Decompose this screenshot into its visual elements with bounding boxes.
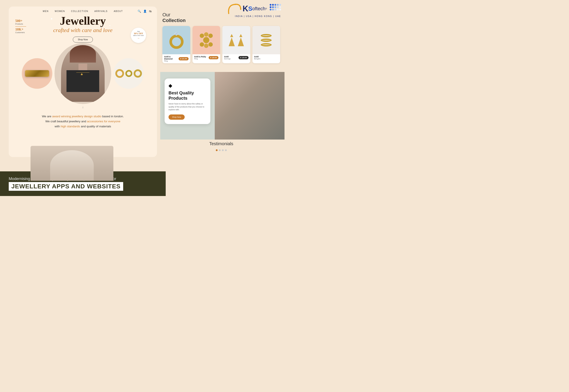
search-icon[interactable]: 🔍 [138,10,141,13]
dot [279,4,281,6]
earring-dangle-l [229,38,235,46]
petal-bl [200,42,204,47]
nav-collection[interactable]: COLLECTION [71,10,88,13]
dot [270,9,271,11]
flower-center [203,37,209,43]
testimonial-dot-4[interactable] [225,149,227,151]
card-gold-ruby-ring[interactable]: Gold & Ruby Ring $ 125.00 [193,26,221,63]
dot [279,9,281,11]
card-type-1: Ring [164,60,179,62]
sale-flat: Flat [137,31,140,32]
card-image-earrings [222,26,250,54]
down-arrow-icon: ↓ [9,105,157,109]
flower-ring-visual [197,31,215,49]
stat-divider [15,26,26,27]
ring-visual-1 [115,69,124,78]
nav-men[interactable]: MEN [43,10,49,13]
dot [277,4,279,6]
dot [275,6,276,8]
stat-products-label: Products [15,23,26,25]
dot [272,4,274,6]
card-type-3: Earrings [224,58,231,60]
card-gold-bangles[interactable]: Gold Bangles [252,26,280,63]
nav-women[interactable]: WOMEN [55,10,65,13]
card-text-4: Gold Bangles [254,56,261,60]
card-price-2[interactable]: $ 125.00 [209,56,219,59]
dot [270,4,271,6]
ring-band-1 [169,35,183,49]
earring-dangle-r [238,38,244,46]
neck-visual [79,64,87,70]
top-visual [67,70,99,92]
diamond-ring-visual [168,31,185,49]
nav-arrivals[interactable]: ARRIVALS [94,10,108,13]
card-gold-diamond-ring[interactable]: Gold & Diamond Ring $ 121.99 [162,26,190,63]
stat-products-number: 500+ [15,19,26,23]
earring-right [238,34,244,46]
quality-shop-now-button[interactable]: Shop Now [168,114,185,120]
testimonial-dot-1[interactable] [216,149,218,151]
sparkle-icon-1: ✦ [50,17,53,21]
earring-top-r [239,34,242,37]
stats-left: 500+ Products 10K+ Customers [15,19,26,34]
petal-bot [204,44,208,48]
testimonials-title: Testimonials [162,141,280,146]
desc-line3-start: with [55,125,61,128]
rings-visual [115,69,142,78]
shop-now-button[interactable]: Shop Now [73,37,93,42]
card-type-4: Bangles [254,58,261,60]
nav-about[interactable]: ABOUT [114,10,123,13]
desc-line3-highlight: high standards [61,125,80,128]
desc-line2-highlight: accessiories for everyone [87,120,120,123]
ks-s-letter: S [248,5,252,12]
quality-section: ◆ Best Quality Products Never have to wo… [160,72,284,140]
ks-dots-grid [270,4,281,11]
banner-title: JEWELLERY APPS AND WEBSITES [9,182,123,191]
cart-icon[interactable]: 🛍 [149,10,152,13]
earring-top-l [230,34,233,37]
card-price-3[interactable]: $ 125.00 [238,56,248,59]
card-type-2: Ring [194,58,206,60]
sparkle-icon-2: ✦ [109,24,111,27]
card-text-3: Gold Earrings [224,56,231,60]
bottom-person-preview [30,146,113,181]
dot [272,9,274,11]
right-panel: K S oftech ® [160,0,284,196]
collection-section: Our Collection Gold & Diamond Ring [162,12,280,63]
bracelet-circle [22,58,52,89]
quality-title: Best Quality Products [168,90,207,101]
sparkle-icon-3: ✦ [61,27,63,29]
ring-visual-3 [134,69,142,78]
card-name-1: Gold & Diamond [164,56,179,60]
card-image-bangles [252,26,280,54]
card-name-4: Gold [254,56,261,58]
sale-live-text: sale is live now! [133,35,144,36]
necklace-chain [76,72,89,73]
card-text-2: Gold & Ruby Ring [194,56,206,60]
dot [277,6,279,8]
dot [275,9,276,11]
card-info-2: Gold & Ruby Ring $ 125.00 [193,54,221,61]
bangle-3 [261,43,272,46]
testimonial-dot-3[interactable] [222,149,224,151]
card-image-ring2 [193,26,221,54]
sale-badge: Flat 30% OFF sale is live now! → [131,28,146,43]
dot [272,6,274,8]
user-icon[interactable]: 👤 [143,10,147,13]
bangle-visual [261,26,272,54]
circles-area [9,43,157,104]
testimonial-dot-2[interactable] [219,149,221,151]
quality-card: ◆ Best Quality Products Never have to wo… [165,79,210,124]
dot [279,6,281,8]
ring-visual-2 [125,70,132,77]
dot [270,6,271,8]
stat-customers-label: Customers [15,31,26,34]
svg-point-1 [240,9,241,10]
card-price-1[interactable]: $ 121.99 [179,57,188,60]
earring-visual [229,34,244,46]
earring-left [229,34,235,46]
rings-circle [113,58,144,89]
card-gold-earrings[interactable]: Gold Earrings $ 125.00 [222,26,250,63]
stat-customers-number: 10K+ [15,28,26,31]
pendant-visual [81,73,83,75]
